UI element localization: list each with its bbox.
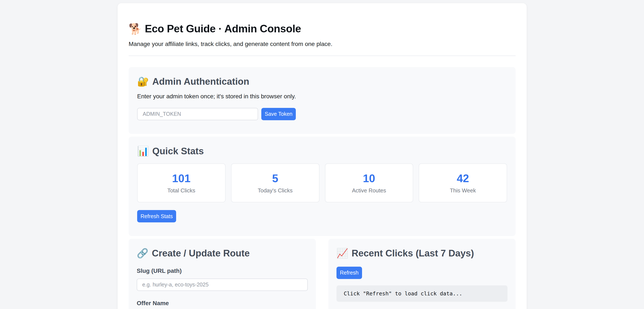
stat-card-todays-clicks: 5 Today's Clicks [231,163,320,202]
recent-clicks-section: 📈 Recent Clicks (Last 7 Days) Refresh Cl… [328,239,516,309]
admin-console-card: 🐕 Eco Pet Guide · Admin Console Manage y… [118,3,527,309]
refresh-stats-button[interactable]: Refresh Stats [137,210,176,222]
save-token-button[interactable]: Save Token [261,108,296,120]
stats-grid: 101 Total Clicks 5 Today's Clicks 10 Act… [137,163,507,202]
auth-description: Enter your admin token once; it's stored… [137,93,507,100]
auth-heading: 🔐 Admin Authentication [137,76,507,87]
create-route-section: 🔗 Create / Update Route Slug (URL path) … [129,239,316,309]
refresh-clicks-button[interactable]: Refresh [336,267,362,279]
auth-section: 🔐 Admin Authentication Enter your admin … [129,67,516,134]
create-route-heading: 🔗 Create / Update Route [137,248,308,258]
recent-clicks-heading-text: Recent Clicks (Last 7 Days) [352,248,474,258]
quick-stats-heading-text: Quick Stats [152,146,204,156]
stat-value: 10 [328,173,411,184]
offer-name-label: Offer Name [137,300,308,307]
page-subtitle: Manage your affiliate links, track click… [129,41,516,47]
stat-label: Today's Clicks [234,187,317,194]
stat-value: 101 [140,173,223,184]
stat-value: 5 [234,173,317,184]
admin-token-input[interactable] [137,108,258,120]
slug-label: Slug (URL path) [137,268,308,274]
recent-clicks-heading: 📈 Recent Clicks (Last 7 Days) [336,248,508,258]
slug-input[interactable] [137,279,308,291]
stat-label: Total Clicks [140,187,223,194]
stat-label: This Week [421,187,504,194]
quick-stats-section: 📊 Quick Stats 101 Total Clicks 5 Today's… [129,137,516,236]
auth-form-row: Save Token [137,108,507,120]
header-divider [129,55,516,56]
page-title-text: Eco Pet Guide · Admin Console [145,23,301,35]
stat-value: 42 [421,173,504,184]
link-icon: 🔗 [137,249,148,258]
stat-label: Active Routes [328,187,411,194]
stat-card-total-clicks: 101 Total Clicks [137,163,226,202]
quick-stats-heading: 📊 Quick Stats [137,146,507,156]
create-route-heading-text: Create / Update Route [152,248,250,258]
stat-card-this-week: 42 This Week [419,163,507,202]
page-title: 🐕 Eco Pet Guide · Admin Console [129,23,516,35]
dog-icon: 🐕 [129,24,142,34]
chart-up-icon: 📈 [336,249,348,258]
stat-card-active-routes: 10 Active Routes [325,163,413,202]
bar-chart-icon: 📊 [137,146,149,156]
auth-heading-text: Admin Authentication [152,76,249,87]
click-data-output: Click "Refresh" to load click data... [336,285,508,302]
two-column-row: 🔗 Create / Update Route Slug (URL path) … [129,239,516,309]
lock-icon: 🔐 [137,77,149,86]
